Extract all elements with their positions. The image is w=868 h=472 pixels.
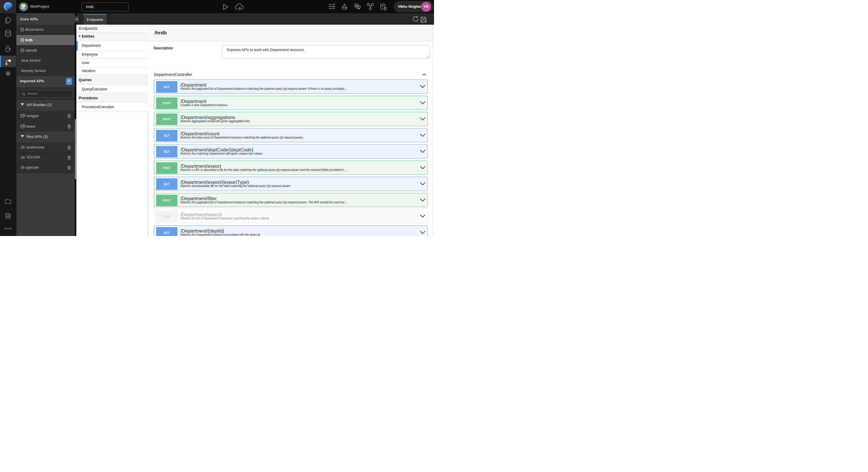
svg-text:LOG: LOG [6, 215, 10, 217]
svg-text:API: API [22, 157, 24, 158]
svg-text:API: API [22, 147, 24, 148]
svg-text:API: API [22, 167, 24, 169]
svg-text:API: API [21, 115, 24, 117]
svg-text:API: API [21, 126, 24, 127]
